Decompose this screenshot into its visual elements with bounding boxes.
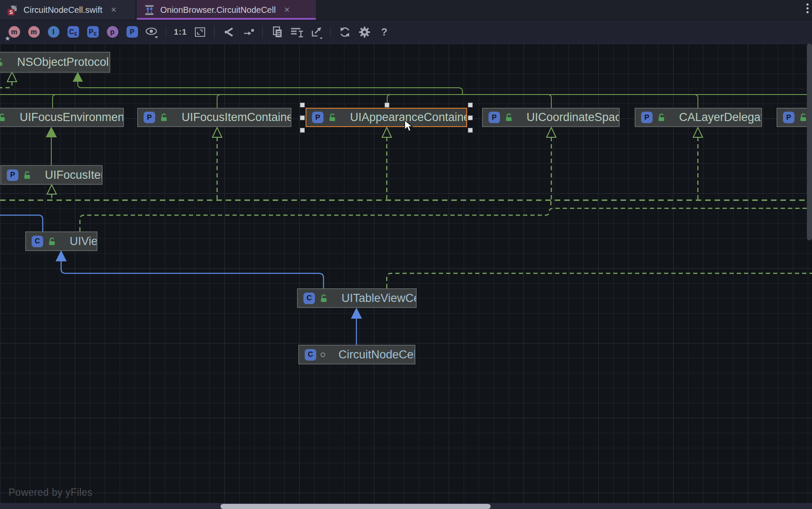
diagram-toolbar: m ★ m I CE PE p P 1:1 [0,20,812,44]
vertical-scrollbar-thumb[interactable] [807,44,812,240]
selection-handle[interactable] [300,103,305,107]
node-label: UITableViewCell [334,292,417,305]
horizontal-scrollbar-track[interactable] [0,503,812,509]
tab-close-icon[interactable]: × [111,5,117,15]
selection-handle[interactable] [300,115,305,120]
toolbar-separator [166,27,166,38]
node-label: NSObjectProtocol [9,56,110,69]
visibility-eye-button[interactable] [143,24,160,41]
open-lock-icon [328,113,337,122]
mouse-cursor [404,120,416,133]
dropdown-arrow-icon [155,36,158,38]
diagram-canvas[interactable]: P NSObjectProtocol P UIFocusEnvironment … [0,44,812,503]
filter-methods-annotation-button[interactable]: m ★ [6,24,23,41]
open-lock-icon [23,171,32,180]
fit-content-button[interactable] [191,24,209,41]
node-label: UIFocusEnvironment [12,111,124,124]
filter-instance-members-button[interactable]: I [45,24,62,41]
toolbar-separator [214,27,215,38]
star-overlay-icon: ★ [5,35,10,42]
internal-visibility-icon [321,352,325,357]
selection-handle[interactable] [468,128,473,133]
toolbar-separator [330,27,331,38]
protocol-badge-icon: P [641,112,653,123]
selection-handle[interactable] [468,103,473,107]
open-lock-icon [799,113,808,122]
edit-node-labels-button[interactable] [288,24,305,41]
node-label: UIFocusItem [37,169,103,182]
protocol-badge-icon: P [783,112,794,123]
filter-properties-button[interactable]: p [104,24,121,41]
diagram-node-uifocusitemcontainer[interactable]: P UIFocusItemContainer [137,108,291,127]
node-label: CircuitNodeCell [331,348,415,361]
protocol-badge-icon: P [144,112,155,123]
diagram-node-calayerdelegate[interactable]: P CALayerDelegate [635,108,762,127]
copy-diagram-button[interactable] [268,24,285,41]
ide-window: S CircuitNodeCell.swift × OnionBrowser.C… [0,0,812,509]
open-lock-icon [159,113,168,122]
yfiles-watermark: Powered by yFiles [9,487,92,498]
selection-handle[interactable] [300,128,305,133]
tab-circuitnodecell-swift[interactable]: S CircuitNodeCell.swift × [0,0,135,20]
editor-tab-bar: S CircuitNodeCell.swift × OnionBrowser.C… [0,0,812,20]
collapse-nodes-button[interactable] [220,24,237,41]
dropdown-arrow-icon [320,38,323,39]
protocol-badge-icon: P [488,112,500,123]
tab-label: CircuitNodeCell.swift [24,5,103,15]
kebab-menu-icon[interactable] [805,3,810,17]
node-label: UICoordinateSpace [519,111,620,124]
tab-uml-diagram[interactable]: OnionBrowser.CircuitNodeCell × [137,0,316,20]
node-label: UIFocusItemContainer [174,111,291,124]
diagram-node-nsobjectprotocol[interactable]: P NSObjectProtocol [0,52,110,73]
protocol-badge-icon: P [7,169,18,181]
open-lock-icon [0,113,6,122]
open-lock-icon [319,294,328,303]
open-lock-icon [0,58,4,67]
node-label: CALayerDelegate [671,111,762,124]
tab-close-icon[interactable]: × [284,5,290,15]
open-lock-icon [504,113,513,122]
filter-methods-button[interactable]: m [25,24,42,41]
selection-handle[interactable] [385,103,389,107]
uml-diagram-icon [144,4,155,16]
actual-size-button[interactable]: 1:1 [172,24,189,41]
open-lock-icon [47,237,56,246]
tab-label: OnionBrowser.CircuitNodeCell [160,5,276,15]
diagram-node-uitableviewcell[interactable]: C UITableViewCell [297,288,417,308]
toolbar-separator [262,27,263,38]
node-label: UIView [62,235,97,248]
swift-file-icon: S [7,4,18,16]
horizontal-scrollbar-thumb[interactable] [221,504,491,509]
diagram-node-uiview[interactable]: C UIView [25,231,97,251]
filter-protocol-extensions-button[interactable]: PE [84,24,101,41]
class-badge-icon: C [305,349,316,361]
class-badge-icon: C [32,236,43,247]
refresh-button[interactable] [336,24,353,41]
selection-handle[interactable] [468,115,473,120]
diagram-node-circuitnodecell[interactable]: C CircuitNodeCell [298,345,415,364]
svg-text:S: S [9,9,13,15]
filter-protocols-button[interactable]: P [124,24,141,41]
export-diagram-button[interactable] [308,24,325,41]
protocol-badge-icon: P [312,112,324,123]
class-badge-icon: C [303,293,315,304]
diagram-node-uiappearancecontainer[interactable]: P UIAppearanceContainer [306,108,467,127]
filter-class-extensions-button[interactable]: CE [65,24,82,41]
diagram-node-uifocusitem[interactable]: P UIFocusItem [0,165,103,185]
settings-gear-button[interactable] [356,24,373,41]
diagram-node-uifocusenvironment[interactable]: P UIFocusEnvironment [0,108,124,127]
help-button[interactable]: ? [376,24,393,41]
diagram-node-uicoordinatespace[interactable]: P UICoordinateSpace [482,108,620,127]
open-lock-icon [657,113,666,122]
show-edge-labels-button[interactable] [240,24,257,41]
